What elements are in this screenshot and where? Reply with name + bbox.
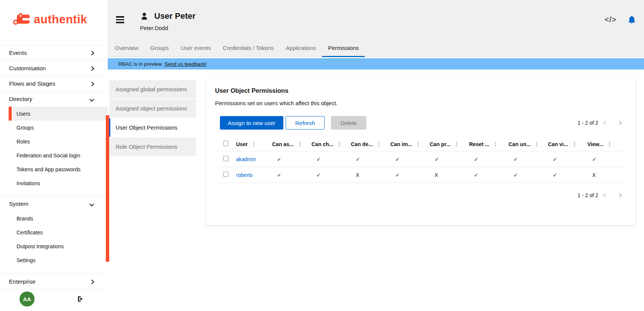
delete-button: Delete bbox=[331, 116, 366, 130]
perm-value: ✓ bbox=[469, 156, 509, 162]
assign-to-new-user-button[interactable]: Assign to new user bbox=[220, 116, 283, 130]
column-header-can-ch[interactable]: Can ch... bbox=[311, 141, 351, 147]
column-label: Can un... bbox=[509, 141, 531, 147]
sidebar-item-tokens[interactable]: Tokens and App passwords bbox=[0, 162, 108, 176]
column-label: User bbox=[236, 141, 248, 147]
column-header-can-as[interactable]: Can as... bbox=[272, 141, 311, 147]
sidebar-item-label: Users bbox=[17, 111, 30, 117]
sidebar-item-label: Roles bbox=[17, 139, 30, 145]
rbac-preview-banner: RBAC is in preview. Send us feedback! bbox=[108, 58, 644, 69]
sidebar-item-system[interactable]: System bbox=[0, 196, 108, 211]
column-label: Can ch... bbox=[311, 141, 333, 147]
sidebar-item-roles[interactable]: Roles bbox=[0, 134, 108, 148]
tab-permissions[interactable]: Permissions bbox=[322, 39, 365, 57]
sidebar-item-federation[interactable]: Federation and Social login bbox=[0, 148, 108, 162]
column-header-can-im[interactable]: Can im... bbox=[390, 141, 430, 147]
page-title: User Peter bbox=[154, 11, 196, 21]
column-header-can-de[interactable]: Can de... bbox=[351, 141, 390, 147]
next-page-icon[interactable] bbox=[612, 190, 627, 201]
column-label: Can as... bbox=[272, 141, 294, 147]
row-checkbox[interactable] bbox=[223, 172, 229, 177]
select-all-checkbox[interactable] bbox=[223, 141, 229, 146]
tab-user-events[interactable]: User events bbox=[175, 39, 217, 57]
sort-icon bbox=[455, 141, 458, 147]
sort-icon bbox=[573, 141, 576, 147]
tab-label: Overview bbox=[115, 45, 138, 51]
chevron-right-icon bbox=[89, 51, 94, 56]
sidebar-item-invitations[interactable]: Invitations bbox=[0, 176, 108, 190]
sidebar-footer: AA bbox=[0, 287, 108, 311]
sidebar-item-flows-and-stages[interactable]: Flows and Stages bbox=[0, 76, 108, 91]
avatar[interactable]: AA bbox=[20, 291, 35, 306]
column-header-can-pr[interactable]: Can pr... bbox=[430, 141, 469, 147]
perm-value: ✓ bbox=[390, 172, 430, 178]
toolbar: Assign to new user Refresh Delete 1 - 2 … bbox=[215, 116, 627, 130]
hamburger-menu-icon[interactable] bbox=[114, 15, 126, 25]
masthead-top: User Peter Peter.Dodd </> bbox=[108, 0, 644, 39]
sidebar: authentik Events Customisation Flows and… bbox=[0, 0, 108, 311]
column-label: Can de... bbox=[351, 141, 373, 147]
tab-applications[interactable]: Applications bbox=[280, 39, 322, 57]
brand-name: authentik bbox=[34, 13, 87, 26]
column-header-view[interactable]: View... bbox=[587, 141, 627, 147]
masthead: User Peter Peter.Dodd </> Overview Group… bbox=[108, 0, 644, 57]
user-link[interactable]: roberto bbox=[236, 172, 272, 178]
authentik-logo[interactable]: authentik bbox=[0, 0, 108, 39]
column-header-reset[interactable]: Reset ... bbox=[469, 141, 509, 147]
refresh-button[interactable]: Refresh bbox=[286, 116, 325, 130]
column-label: Reset ... bbox=[469, 141, 489, 147]
sidebar-item-label: Enterprise bbox=[9, 278, 36, 285]
sidebar-scrollbar[interactable] bbox=[106, 115, 109, 262]
user-link[interactable]: akadmin bbox=[236, 156, 272, 162]
api-code-icon[interactable]: </> bbox=[605, 15, 617, 24]
sidebar-item-label: System bbox=[9, 201, 29, 207]
column-header-can-vi[interactable]: Can vi... bbox=[548, 141, 587, 147]
sidebar-item-users[interactable]: Users bbox=[9, 107, 108, 121]
row-checkbox[interactable] bbox=[223, 156, 229, 161]
sort-icon bbox=[377, 141, 381, 147]
column-header-user[interactable]: User bbox=[236, 141, 272, 147]
perm-value: ✓ bbox=[351, 156, 390, 162]
banner-text: RBAC is in preview. bbox=[118, 61, 163, 67]
sidebar-item-certificates[interactable]: Certificates bbox=[0, 225, 108, 239]
sidebar-item-label: Settings bbox=[17, 257, 36, 263]
sign-out-icon[interactable] bbox=[77, 295, 84, 303]
sort-icon bbox=[535, 141, 539, 147]
previous-page-icon[interactable] bbox=[598, 190, 612, 201]
table-row: roberto ✓ ✓ X ✓ X ✓ ✓ ✓ X bbox=[215, 167, 627, 183]
sort-icon bbox=[417, 141, 420, 147]
card-title: User Object Permissions bbox=[215, 87, 627, 94]
perm-value: ✓ bbox=[430, 156, 469, 162]
sort-icon bbox=[494, 141, 497, 147]
tab-overview[interactable]: Overview bbox=[109, 39, 144, 57]
table-header-row: User Can as... Can ch... Can de... Can i… bbox=[215, 137, 627, 151]
sidebar-item-outpost-integrations[interactable]: Outpost Integrations bbox=[0, 239, 108, 253]
perm-value: ✓ bbox=[509, 156, 548, 162]
sidebar-item-customisation[interactable]: Customisation bbox=[0, 61, 108, 76]
sidebar-item-settings[interactable]: Settings bbox=[0, 253, 108, 267]
permissions-table: User Can as... Can ch... Can de... Can i… bbox=[215, 137, 627, 183]
subnav-user-object-permissions[interactable]: User Object Permissions bbox=[109, 118, 196, 137]
perm-value: X bbox=[351, 172, 390, 178]
previous-page-icon[interactable] bbox=[598, 117, 612, 128]
sidebar-item-groups[interactable]: Groups bbox=[0, 121, 108, 134]
notifications-bell-icon[interactable] bbox=[628, 15, 636, 24]
card-description: Permissions set on users which affect th… bbox=[215, 100, 627, 106]
table-row: akadmin ✓ ✓ ✓ ✓ ✓ ✓ ✓ ✓ ✓ bbox=[215, 151, 627, 167]
sidebar-item-label: Certificates bbox=[17, 229, 43, 236]
sidebar-item-directory[interactable]: Directory bbox=[0, 92, 108, 107]
sidebar-item-label: Tokens and App passwords bbox=[17, 166, 80, 172]
column-header-can-un[interactable]: Can un... bbox=[509, 141, 548, 147]
sidebar-item-label: Federation and Social login bbox=[17, 152, 80, 159]
sidebar-item-events[interactable]: Events bbox=[0, 45, 108, 60]
subnav-assigned-object-permissions[interactable]: Assigned object permissions bbox=[109, 99, 196, 118]
tab-groups[interactable]: Groups bbox=[144, 39, 175, 57]
subnav-role-object-permissions[interactable]: Role Object Permissions bbox=[109, 137, 196, 156]
feedback-link[interactable]: Send us feedback! bbox=[165, 61, 207, 67]
tab-label: Groups bbox=[150, 45, 169, 51]
tab-label: Permissions bbox=[328, 45, 359, 51]
sidebar-item-brands[interactable]: Brands bbox=[0, 211, 108, 225]
next-page-icon[interactable] bbox=[612, 117, 627, 128]
tab-credentials-tokens[interactable]: Credentials / Tokens bbox=[217, 39, 280, 57]
subnav-assigned-global-permissions[interactable]: Assigned global permissions bbox=[109, 80, 196, 98]
